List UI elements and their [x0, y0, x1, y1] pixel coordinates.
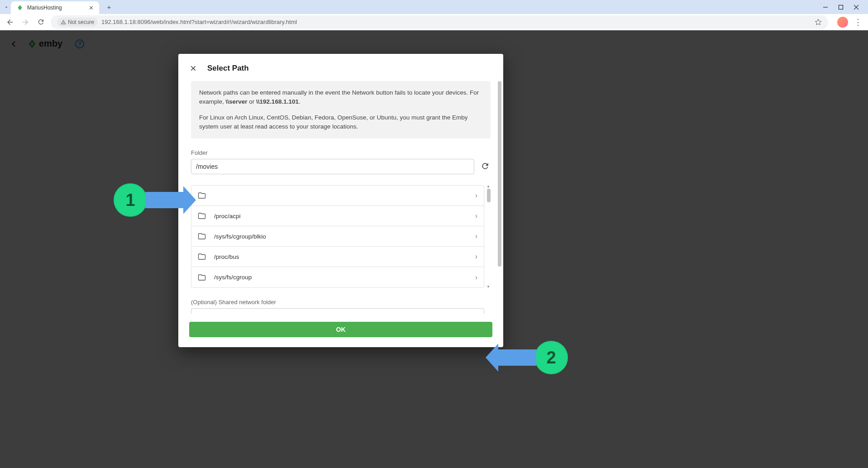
annotation-number: 1 — [114, 183, 147, 217]
svg-rect-1 — [839, 5, 843, 9]
annotation-number: 2 — [534, 341, 568, 374]
folder-icon — [198, 273, 206, 282]
info-box: Network paths can be entered manually in… — [191, 81, 491, 138]
folder-item[interactable]: /sys/fs/cgroup › — [191, 267, 484, 287]
annotation-1: 1 — [114, 183, 184, 217]
folder-field-label: Folder — [191, 149, 491, 156]
arrow-left-icon — [498, 349, 536, 366]
optional-network-label: (Optional) Shared network folder — [191, 299, 491, 306]
folder-list-scrollbar[interactable]: ▲ ▼ — [486, 185, 491, 288]
warning-icon — [61, 19, 66, 25]
browser-tab-strip: MariusHosting ✕ + — [0, 0, 868, 14]
dialog-header: Select Path — [178, 54, 503, 81]
scroll-up-icon: ▲ — [486, 184, 490, 188]
folder-list: › /proc/acpi › /sys/fs/cgroup/blkio › — [191, 185, 484, 288]
chevron-right-icon: › — [475, 253, 477, 261]
close-window-button[interactable] — [853, 4, 860, 11]
nav-back-button[interactable] — [5, 17, 15, 28]
security-text: Not secure — [68, 19, 94, 25]
dialog-body: Network paths can be entered manually in… — [178, 81, 503, 314]
chrome-menu-button[interactable]: ⋮ — [853, 17, 863, 27]
folder-item[interactable]: /proc/acpi › — [191, 206, 484, 226]
profile-avatar[interactable] — [837, 17, 848, 28]
folder-name: /sys/fs/cgroup/blkio — [214, 233, 467, 240]
browser-tab[interactable]: MariusHosting ✕ — [11, 1, 99, 14]
folder-path-input[interactable] — [191, 159, 474, 174]
annotation-2: 2 — [498, 341, 568, 374]
new-tab-button[interactable]: + — [103, 1, 115, 14]
dialog-scrollbar[interactable] — [497, 81, 501, 314]
scrollbar-thumb[interactable] — [498, 81, 501, 267]
tab-close-button[interactable]: ✕ — [89, 5, 94, 11]
folder-icon — [198, 212, 206, 220]
chevron-right-icon: › — [475, 191, 477, 200]
address-bar[interactable]: Not secure 192.168.1.18:8096/web/index.h… — [51, 15, 828, 29]
dialog-title: Select Path — [207, 64, 249, 73]
folder-item[interactable]: › — [191, 186, 484, 206]
folder-icon — [198, 232, 206, 240]
folder-name: /proc/bus — [214, 253, 467, 260]
info-network-text: Network paths can be entered manually in… — [199, 88, 482, 107]
select-path-dialog: Select Path Network paths can be entered… — [178, 54, 503, 347]
scrollbar-thumb[interactable] — [487, 189, 491, 202]
security-indicator[interactable]: Not secure — [57, 18, 98, 27]
url-text: 192.168.1.18:8096/web/index.html?start=w… — [101, 19, 297, 25]
chevron-right-icon: › — [475, 273, 477, 282]
optional-network-input[interactable] — [191, 308, 484, 314]
chevron-right-icon: › — [475, 232, 477, 240]
window-controls — [822, 4, 864, 11]
browser-toolbar: Not secure 192.168.1.18:8096/web/index.h… — [0, 14, 868, 30]
folder-item[interactable]: /proc/bus › — [191, 247, 484, 267]
refresh-button[interactable] — [481, 162, 491, 172]
arrow-right-icon — [145, 192, 184, 208]
bookmark-button[interactable] — [815, 19, 822, 26]
folder-input-row — [191, 159, 491, 174]
tab-title: MariusHosting — [27, 5, 85, 11]
tab-search-button[interactable] — [4, 5, 9, 10]
folder-icon — [198, 253, 206, 261]
dialog-close-button[interactable] — [189, 64, 198, 72]
folder-item[interactable]: /sys/fs/cgroup/blkio › — [191, 226, 484, 247]
info-linux-text: For Linux on Arch Linux, CentOS, Debian,… — [199, 113, 482, 132]
scroll-down-icon: ▼ — [486, 285, 490, 289]
nav-reload-button[interactable] — [35, 17, 46, 28]
folder-name: /sys/fs/cgroup — [214, 274, 467, 281]
tab-favicon — [16, 4, 24, 11]
chevron-right-icon: › — [475, 212, 477, 220]
minimize-button[interactable] — [822, 4, 829, 11]
folder-list-container: › /proc/acpi › /sys/fs/cgroup/blkio › — [191, 185, 491, 288]
ok-button[interactable]: OK — [189, 322, 492, 337]
app-viewport: emby ? Select Path Network paths can be … — [0, 30, 868, 468]
nav-forward-button[interactable] — [20, 17, 31, 28]
maximize-button[interactable] — [837, 4, 844, 11]
folder-icon — [198, 191, 206, 200]
folder-name: /proc/acpi — [214, 213, 467, 220]
